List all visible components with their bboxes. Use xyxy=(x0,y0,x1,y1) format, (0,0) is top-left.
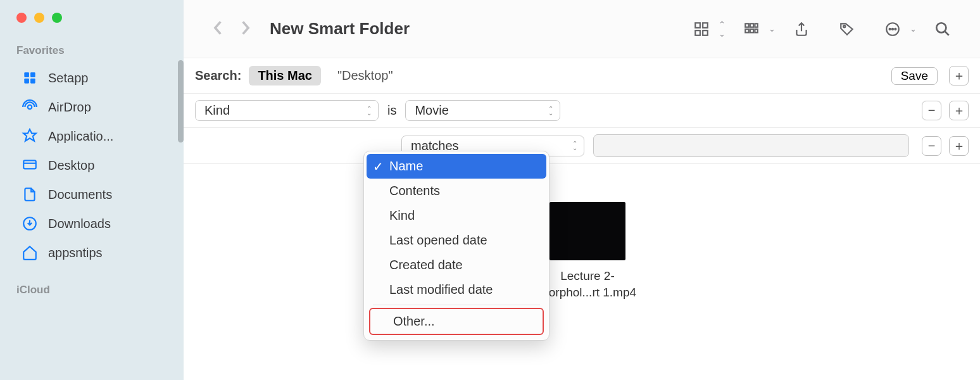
sidebar-item-label: Desktop xyxy=(48,158,94,173)
sidebar: Favorites Setapp AirDrop Applicatio... D… xyxy=(0,0,184,380)
file-content-area: pto_Capture2-11...PM.mov Lecture 2-Morph… xyxy=(184,164,980,380)
sidebar-item-label: Documents xyxy=(48,187,112,202)
add-scope-button[interactable]: ＋ xyxy=(949,66,969,86)
sidebar-item-label: Downloads xyxy=(48,217,111,231)
search-button[interactable] xyxy=(923,21,962,37)
sidebar-section-favorites: Favorites xyxy=(0,41,184,63)
downloads-icon xyxy=(22,215,38,232)
scope-this-mac[interactable]: This Mac xyxy=(249,66,321,86)
sidebar-item-desktop[interactable]: Desktop xyxy=(0,151,184,180)
svg-rect-0 xyxy=(24,72,29,77)
actions-button[interactable] xyxy=(873,21,912,37)
back-button[interactable] xyxy=(206,20,229,38)
filter-row-1: Kind ⌃⌄ is Movie ⌃⌄ − ＋ xyxy=(184,94,980,128)
popup-item-contents[interactable]: Contents xyxy=(367,179,546,203)
svg-rect-10 xyxy=(703,30,708,35)
svg-rect-3 xyxy=(30,79,35,84)
share-button[interactable] xyxy=(782,21,821,37)
search-scope-bar: Search: This Mac "Desktop" Save ＋ xyxy=(184,58,980,94)
sidebar-item-label: AirDrop xyxy=(48,100,91,115)
popup-separator xyxy=(373,305,540,305)
window-controls xyxy=(0,10,184,41)
sidebar-item-downloads[interactable]: Downloads xyxy=(0,209,184,238)
sidebar-item-label: appsntips xyxy=(48,246,103,260)
svg-point-17 xyxy=(843,25,845,27)
maximize-window-button[interactable] xyxy=(52,13,62,23)
view-icons-button[interactable] xyxy=(682,21,721,37)
remove-filter-button[interactable]: − xyxy=(922,136,941,156)
view-caret-icon[interactable]: ⌃⌄ xyxy=(719,20,726,39)
home-icon xyxy=(22,244,38,261)
filter-attribute-select[interactable]: Kind ⌃⌄ xyxy=(195,100,379,121)
filter-row-2: matches ⌃⌄ − ＋ xyxy=(184,128,980,164)
setapp-icon xyxy=(22,70,38,86)
add-filter-button[interactable]: ＋ xyxy=(949,101,969,120)
window-title: New Smart Folder xyxy=(270,19,410,39)
sidebar-item-setapp[interactable]: Setapp xyxy=(0,63,184,92)
svg-point-21 xyxy=(895,28,896,29)
svg-rect-2 xyxy=(24,79,29,84)
svg-point-4 xyxy=(28,105,32,110)
sidebar-item-appsntips[interactable]: appsntips xyxy=(0,238,184,267)
desktop-icon xyxy=(22,157,38,174)
main-content: New Smart Folder ⌃⌄ ⌄ ⌄ Search: This Mac… xyxy=(184,0,980,380)
svg-rect-16 xyxy=(755,29,757,32)
chevron-updown-icon: ⌃⌄ xyxy=(572,141,577,150)
popup-item-last-modified[interactable]: Last modified date xyxy=(367,277,546,302)
save-button[interactable]: Save xyxy=(891,67,938,85)
filter-value-select[interactable]: Movie ⌃⌄ xyxy=(405,100,560,121)
forward-button[interactable] xyxy=(235,20,257,38)
actions-caret-icon[interactable]: ⌄ xyxy=(910,24,917,34)
scope-desktop[interactable]: "Desktop" xyxy=(329,66,402,86)
svg-rect-11 xyxy=(745,23,748,27)
svg-rect-15 xyxy=(750,29,753,32)
file-name: Lecture 2-Morphol...rt 1.mp4 xyxy=(539,268,636,300)
filter-operator-label: is xyxy=(387,103,396,118)
svg-point-20 xyxy=(892,28,893,29)
remove-filter-button[interactable]: − xyxy=(922,101,941,120)
close-window-button[interactable] xyxy=(16,13,27,23)
svg-rect-5 xyxy=(23,160,36,168)
chevron-updown-icon: ⌃⌄ xyxy=(367,106,372,115)
svg-rect-13 xyxy=(755,23,757,27)
select-value: Kind xyxy=(204,103,230,118)
sidebar-item-label: Setapp xyxy=(48,71,88,86)
tags-button[interactable] xyxy=(827,21,867,37)
sidebar-item-label: Applicatio... xyxy=(48,129,113,144)
minimize-window-button[interactable] xyxy=(34,13,44,23)
svg-rect-12 xyxy=(750,23,753,27)
applications-icon xyxy=(22,128,38,144)
chevron-updown-icon: ⌃⌄ xyxy=(548,106,553,115)
svg-rect-14 xyxy=(745,29,748,32)
search-label: Search: xyxy=(195,68,241,83)
popup-item-kind[interactable]: Kind xyxy=(367,203,546,228)
add-filter-button[interactable]: ＋ xyxy=(949,136,969,156)
airdrop-icon xyxy=(22,99,38,115)
svg-rect-7 xyxy=(695,23,700,28)
documents-icon xyxy=(22,186,38,203)
video-thumbnail xyxy=(550,202,625,260)
group-button[interactable] xyxy=(732,21,771,37)
toolbar: New Smart Folder ⌃⌄ ⌄ ⌄ xyxy=(184,0,980,58)
sidebar-section-icloud: iCloud xyxy=(0,280,184,303)
svg-point-19 xyxy=(889,28,891,29)
popup-item-other[interactable]: Other... xyxy=(369,308,544,335)
sidebar-item-documents[interactable]: Documents xyxy=(0,180,184,209)
sidebar-scrollbar[interactable] xyxy=(178,60,184,142)
sidebar-item-applications[interactable]: Applicatio... xyxy=(0,122,184,151)
filter-value-input[interactable] xyxy=(593,134,909,157)
popup-item-name[interactable]: Name xyxy=(367,154,546,179)
attribute-popup-menu: Name Contents Kind Last opened date Crea… xyxy=(363,151,550,341)
svg-rect-1 xyxy=(30,72,35,77)
svg-point-22 xyxy=(936,23,946,32)
select-value: Movie xyxy=(415,103,448,118)
svg-rect-9 xyxy=(695,30,700,35)
sidebar-item-airdrop[interactable]: AirDrop xyxy=(0,92,184,122)
svg-rect-8 xyxy=(703,23,708,28)
popup-item-created[interactable]: Created date xyxy=(367,253,546,277)
group-caret-icon[interactable]: ⌄ xyxy=(769,24,776,34)
popup-item-last-opened[interactable]: Last opened date xyxy=(367,228,546,253)
